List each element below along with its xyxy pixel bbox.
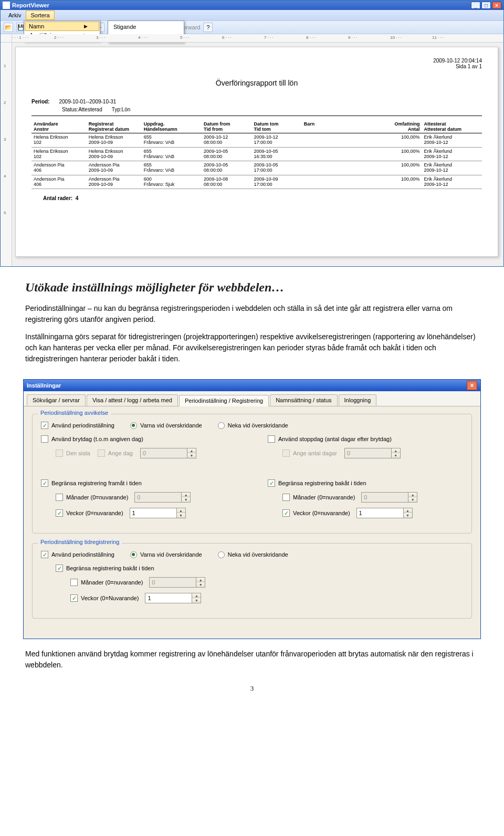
- chk-use-period-avv[interactable]: ✓Använd periodinställning: [41, 422, 114, 429]
- report-timestamp: 2009-10-12 20:04:14: [433, 58, 482, 64]
- report-page-label: Sida 1 av 1: [433, 64, 482, 69]
- group-avvikelse: Periodinställning avvikelse ✓Använd peri…: [32, 414, 472, 534]
- horizontal-ruler: · · · 1 · · · 2 · · · 3 · · · 4 · · · 5 …: [1, 34, 503, 43]
- document-body: Utökade inställnings möjligheter för web…: [0, 267, 504, 377]
- report-footer: Antal rader: 4: [32, 195, 482, 201]
- vertical-ruler: 1 2 3 4 5: [1, 43, 12, 266]
- table-row: Andersson Pia406Andersson Pia2009-10-096…: [32, 175, 482, 188]
- dlg-close-button[interactable]: ×: [467, 381, 477, 390]
- chk-veckor-fwd[interactable]: ✓Veckor (0=nuvarande): [56, 509, 123, 517]
- rv-titlebar: ReportViewer _ □ ×: [1, 1, 503, 10]
- spin-manader-tid[interactable]: ▲▼: [149, 577, 205, 588]
- chk-manader-tid[interactable]: Månader (0=nuvarande): [70, 579, 143, 586]
- app-icon: [3, 2, 10, 9]
- dlg-body: Periodinställning avvikelse ✓Använd peri…: [24, 406, 480, 639]
- chk-veckor-bak-avv[interactable]: ✓Veckor (0=nuvarande): [282, 509, 350, 517]
- rv-body: 1 2 3 4 5 2009-10-12 20:04:14 Sida 1 av …: [1, 43, 503, 266]
- rad-deny-avv[interactable]: Neka vid överskridande: [218, 422, 288, 429]
- dlg-titlebar: Inställningar ×: [24, 380, 480, 391]
- window-title: ReportViewer: [12, 2, 49, 8]
- chk-ange-dag: Ange dag: [98, 450, 133, 457]
- tab-sokvagar[interactable]: Sökvägar / servrar: [27, 394, 86, 406]
- document-body-2: Med funktionen använd brytdag kommer reg…: [0, 639, 504, 699]
- doc-heading: Utökade inställnings möjligheter för web…: [25, 280, 479, 295]
- maximize-button[interactable]: □: [481, 2, 491, 9]
- period-label: Period:: [32, 99, 49, 104]
- chk-den-sista: Den sista: [56, 450, 90, 457]
- typ-label: Typ:Lön: [112, 107, 131, 112]
- table-row: Andersson Pia406Andersson Pia2009-10-096…: [32, 161, 482, 174]
- spin-manader-bak-avv[interactable]: ▲▼: [361, 492, 417, 503]
- chk-use-period-tid[interactable]: ✓Använd periodinställning: [41, 551, 114, 558]
- chk-manader-bak-avv[interactable]: Månader (0=nuvarande): [282, 494, 355, 501]
- spin-veckor-fwd[interactable]: ▲▼: [130, 508, 186, 518]
- menu-sortera[interactable]: Sortera: [26, 11, 54, 20]
- close-button[interactable]: ×: [492, 2, 501, 9]
- chk-veckor-tid[interactable]: ✓Veckor (0=Nuvarande): [70, 594, 139, 602]
- tab-inloggning[interactable]: Inloggning: [339, 394, 377, 406]
- rad-deny-tid[interactable]: Neka vid överskridande: [218, 551, 288, 558]
- chk-manader-fwd[interactable]: Månader (0=nuvarande): [56, 494, 128, 501]
- report-page: 2009-10-12 20:04:14 Sida 1 av 1 Överföri…: [15, 47, 498, 257]
- doc-para-3: Med funktionen använd brytdag kommer reg…: [25, 649, 479, 671]
- spin-ange-dag: ▲▼: [140, 448, 196, 458]
- tool-help-icon[interactable]: ?: [203, 23, 213, 32]
- minimize-button[interactable]: _: [471, 2, 480, 9]
- rad-warn-avv[interactable]: Varna vid överskridande: [130, 422, 202, 429]
- chk-begransa-bak-tid[interactable]: ✓Begränsa registrering bakåt i tiden: [41, 565, 463, 572]
- chk-begransa-fwd[interactable]: ✓Begränsa registrering framåt i tiden: [41, 479, 236, 487]
- dlg-title: Inställningar: [27, 382, 61, 389]
- chk-begransa-bak-avv[interactable]: ✓Begränsa registrering bakåt i tiden: [268, 479, 463, 487]
- doc-para-2: Inställningarna görs separat för tidregi…: [25, 331, 479, 364]
- tab-namn[interactable]: Namnsättning / status: [270, 394, 337, 406]
- chk-stoppdag[interactable]: Använd stoppdag (antal dagar efter brytd…: [268, 435, 463, 443]
- report-table: AnvändareAnstnr RegistreratRegistrerat d…: [32, 120, 482, 189]
- group-tidreg-title: Periodinställning tidregistrering: [38, 539, 122, 545]
- submenu-namn[interactable]: Namn▶: [25, 22, 99, 31]
- table-row: Helena Eriksson102Helena Eriksson2009-10…: [32, 133, 482, 147]
- spin-ange-antal: ▲▼: [344, 448, 401, 458]
- tab-period[interactable]: Periodinställning / Registrering: [179, 395, 269, 406]
- group-avvikelse-title: Periodinställning avvikelse: [38, 410, 111, 416]
- rv-menubar: Arkiv Sortera: [1, 10, 503, 20]
- table-row: Helena Eriksson102Helena Eriksson2009-10…: [32, 147, 482, 160]
- spin-veckor-bak-avv[interactable]: ▲▼: [356, 508, 413, 518]
- submenu-stigande[interactable]: Stigande: [109, 22, 183, 32]
- page-number: 3: [25, 684, 479, 693]
- spin-manader-fwd[interactable]: ▲▼: [134, 492, 191, 503]
- spin-veckor-tid[interactable]: ▲▼: [145, 593, 201, 603]
- tool-open-icon[interactable]: 📂: [4, 23, 13, 32]
- menu-arkiv[interactable]: Arkiv: [4, 11, 26, 20]
- report-viewer-window: ReportViewer _ □ × Arkiv Sortera Namn▶ A…: [0, 0, 504, 267]
- group-tidreg: Periodinställning tidregistrering ✓Använ…: [32, 543, 472, 619]
- chevron-right-icon: ▶: [84, 24, 88, 29]
- status-label: Status:Attesterad: [62, 107, 102, 112]
- chk-brytdag[interactable]: Använd brytdag (t.o.m angiven dag): [41, 435, 236, 443]
- report-title: Överföringsrapport till lön: [32, 79, 482, 87]
- doc-para-1: Periodinställningar – nu kan du begränsa…: [25, 303, 479, 325]
- settings-dialog: Inställningar × Sökvägar / servrar Visa …: [23, 379, 481, 639]
- tab-visa[interactable]: Visa / attest / logg / arbeta med: [87, 394, 178, 406]
- chk-ange-antal: Ange antal dagar: [282, 450, 337, 457]
- dlg-tabs: Sökvägar / servrar Visa / attest / logg …: [24, 391, 480, 406]
- period-value: 2009-10-01--2009-10-31: [59, 99, 116, 104]
- rad-warn-tid[interactable]: Varna vid överskridande: [130, 551, 202, 558]
